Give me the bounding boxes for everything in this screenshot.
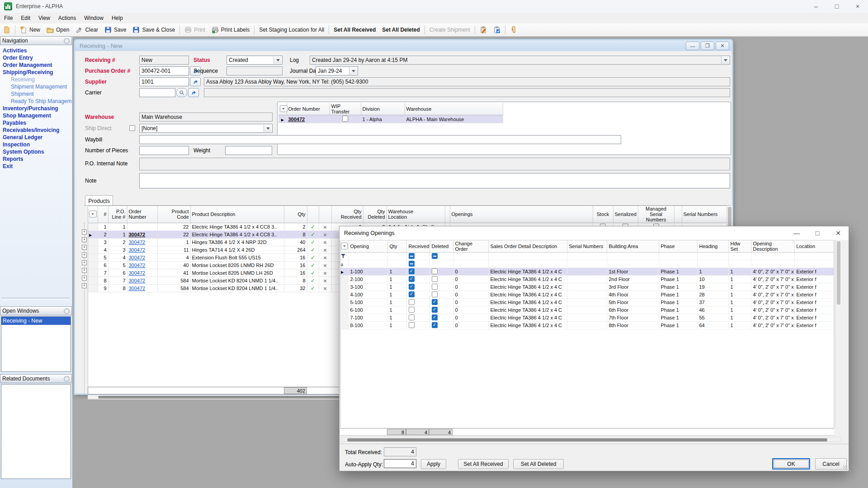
dcol-building[interactable]: Building Area xyxy=(607,240,659,253)
maximize-icon[interactable]: □ xyxy=(826,0,847,13)
dcol-heading[interactable]: Heading xyxy=(697,240,728,253)
expand-icon[interactable]: + xyxy=(82,260,87,265)
nav-item-receiving[interactable]: Receiving xyxy=(0,76,72,83)
child-restore-icon[interactable]: ❒ xyxy=(701,42,714,50)
print-labels-button[interactable]: Print Labels xyxy=(208,24,253,35)
dcol-received[interactable]: Received xyxy=(406,240,429,253)
order-number-link[interactable]: 300472 xyxy=(129,255,146,260)
order-number-link[interactable]: 300472 xyxy=(129,286,146,291)
log-dropdown[interactable]: Created Jan 29-24 by Aaron at 4:15 PM xyxy=(310,56,730,65)
mark-received-icon[interactable]: ✓ xyxy=(311,247,315,253)
filter-icon[interactable] xyxy=(341,253,346,258)
deleted-checkbox[interactable] xyxy=(432,314,438,320)
apply-button[interactable]: Apply xyxy=(421,459,446,469)
carrier-field[interactable] xyxy=(139,88,175,97)
ship-direct-checkbox[interactable] xyxy=(129,125,135,131)
received-checkbox[interactable] xyxy=(409,307,415,313)
note-field[interactable] xyxy=(139,173,730,188)
menu-view[interactable]: View xyxy=(34,13,54,23)
minimize-icon[interactable]: – xyxy=(806,0,826,13)
dcol-opening-desc[interactable]: Opening Description xyxy=(751,240,794,253)
received-checkbox[interactable] xyxy=(409,284,415,290)
ok-button[interactable]: OK xyxy=(772,458,810,469)
col-warehouse-location[interactable]: Warehouse Location xyxy=(387,206,445,223)
dcol-opening[interactable]: Opening xyxy=(348,240,387,253)
opening-row-selected[interactable]: ▶ 1-1001 0Electric Hinge TA386 4 1/2 x 4… xyxy=(341,268,834,276)
mark-received-icon[interactable]: ✓ xyxy=(311,239,315,245)
auto-filter-row[interactable]: a̲ xyxy=(341,260,834,268)
nav-item-shipment[interactable]: Shipment xyxy=(0,90,72,98)
expand-icon[interactable]: + xyxy=(82,237,87,242)
opening-row[interactable]: 8-1001 0Electric Hinge TA386 4 1/2 x 4 C… xyxy=(341,322,834,329)
dialog-hscrollbar[interactable] xyxy=(340,437,841,442)
nav-item-exit[interactable]: Exit xyxy=(0,163,72,170)
clipboard-edit-icon-button[interactable] xyxy=(476,24,490,35)
set-all-received-button[interactable]: Set All Received xyxy=(458,459,509,469)
set-all-deleted-toolbar-button[interactable]: Set All Deleted xyxy=(379,24,423,35)
dialog-minimize-icon[interactable]: — xyxy=(786,226,807,240)
select-all-dropdown-icon[interactable] xyxy=(278,103,287,115)
set-all-received-toolbar-button[interactable]: Set All Received xyxy=(330,24,379,35)
received-filter-checkbox[interactable] xyxy=(409,253,415,259)
col-serialized[interactable]: Serialized xyxy=(613,206,638,223)
order-number-link[interactable]: 300472 xyxy=(129,263,146,268)
opening-row[interactable]: 6-1001 0Electric Hinge TA386 4 1/2 x 4 C… xyxy=(341,306,834,314)
clipboard-check-icon-button[interactable] xyxy=(490,24,504,35)
nav-item-shipment-management[interactable]: Shipment Management xyxy=(0,83,72,90)
set-all-deleted-button[interactable]: Set All Deleted xyxy=(513,459,564,469)
mark-received-icon[interactable]: ✓ xyxy=(311,254,315,261)
tab-products[interactable]: Products xyxy=(85,195,113,206)
ship-direct-dropdown[interactable]: [None] xyxy=(139,124,273,133)
deleted-checkbox[interactable] xyxy=(432,299,438,305)
status-dropdown[interactable]: Created xyxy=(226,56,283,65)
dcol-location[interactable]: Location xyxy=(794,240,834,253)
expand-icon[interactable]: + xyxy=(82,253,87,258)
order-number-link[interactable]: 300472 xyxy=(129,247,146,253)
nav-item-order-management[interactable]: Order Management xyxy=(0,61,72,69)
auto-filter-icon[interactable]: a̲ xyxy=(341,262,343,267)
carrier-jump-button[interactable] xyxy=(188,88,199,97)
order-grid-header-warehouse[interactable]: Warehouse xyxy=(405,103,503,115)
delete-line-icon[interactable]: × xyxy=(323,224,327,230)
nav-item-order-entry[interactable]: Order Entry xyxy=(0,54,72,61)
menu-actions[interactable]: Actions xyxy=(54,13,80,23)
dialog-maximize-icon[interactable]: □ xyxy=(807,226,828,240)
supplier-field[interactable]: 1001 xyxy=(139,77,189,86)
pin-icon[interactable] xyxy=(64,308,70,314)
order-grid-header-division[interactable]: Division xyxy=(361,103,405,115)
order-number-link[interactable]: 300472 xyxy=(129,278,146,283)
nav-item-reports[interactable]: Reports xyxy=(0,155,72,163)
delete-line-icon[interactable]: × xyxy=(323,262,327,269)
dcol-phase[interactable]: Phase xyxy=(659,240,697,253)
received-checkbox[interactable] xyxy=(409,299,415,305)
pin-icon[interactable] xyxy=(64,376,70,382)
new-document-icon-button[interactable] xyxy=(0,24,14,35)
order-number-link[interactable]: 300472 xyxy=(129,232,146,237)
dcol-serials[interactable]: Serial Numbers xyxy=(567,240,607,253)
deleted-checkbox[interactable] xyxy=(432,322,438,328)
nav-item-inventory-purchasing[interactable]: Inventory/Purchasing xyxy=(0,105,72,112)
deleted-filter-checkbox[interactable] xyxy=(432,253,438,259)
nav-item-receivables-invoicing[interactable]: Receivables/Invoicing xyxy=(0,127,72,134)
mark-received-icon[interactable]: ✓ xyxy=(311,270,315,276)
open-window-item-receiving-new[interactable]: Receiving - New xyxy=(1,317,71,325)
mark-received-icon[interactable]: ✓ xyxy=(311,277,315,284)
mark-received-icon[interactable]: ✓ xyxy=(311,262,315,268)
received-filter-checkbox[interactable] xyxy=(409,261,415,267)
order-number-link[interactable]: 300472 xyxy=(129,270,146,276)
expand-icon[interactable]: + xyxy=(82,276,87,281)
order-grid-header-order-number[interactable]: Order Number xyxy=(287,103,330,115)
col-managed-serials[interactable]: Managed Serial Numbers xyxy=(638,206,674,223)
order-grid-row[interactable]: ▶ 300472 1 - Alpha ALPHA - Main Warehous… xyxy=(278,115,503,123)
expand-icon[interactable]: + xyxy=(82,230,87,235)
child-close-icon[interactable]: ✕ xyxy=(716,42,729,50)
col-product-code[interactable]: Product Code xyxy=(157,206,190,223)
opening-row[interactable]: 5-1001 0Electric Hinge TA386 4 1/2 x 4 C… xyxy=(341,299,834,306)
deleted-checkbox[interactable] xyxy=(432,268,438,274)
delete-line-icon[interactable]: × xyxy=(323,247,327,253)
cancel-button[interactable]: Cancel xyxy=(815,458,847,469)
opening-row[interactable]: 7-1001 0Electric Hinge TA386 4 1/2 x 4 C… xyxy=(341,314,834,322)
received-checkbox[interactable] xyxy=(409,314,415,320)
weight-field[interactable] xyxy=(225,146,272,155)
select-all-dropdown-icon[interactable] xyxy=(341,240,348,253)
